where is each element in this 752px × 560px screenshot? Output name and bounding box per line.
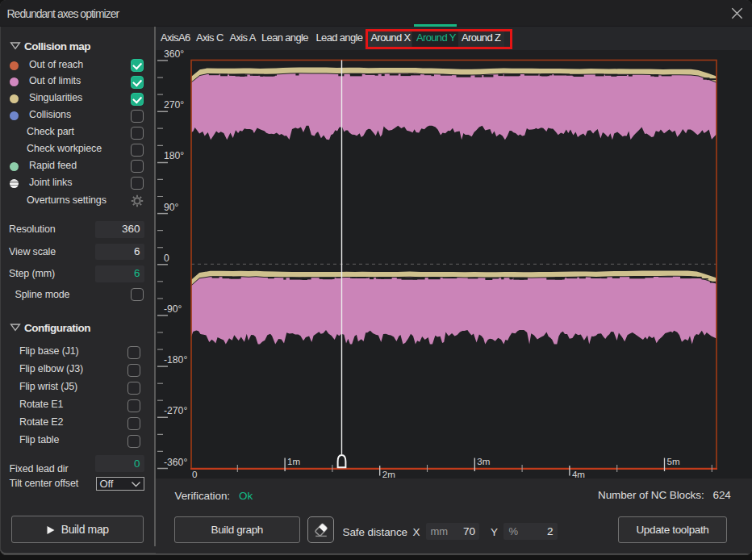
svg-text:2m: 2m — [382, 469, 395, 479]
svg-text:-270°: -270° — [164, 405, 187, 416]
svg-text:360°: 360° — [164, 48, 184, 60]
svg-text:-90°: -90° — [164, 303, 182, 315]
svg-text:90°: 90° — [164, 202, 179, 213]
svg-text:1m: 1m — [287, 456, 300, 466]
svg-text:270°: 270° — [164, 99, 184, 111]
svg-text:0: 0 — [192, 469, 197, 479]
svg-text:5m: 5m — [667, 456, 680, 466]
svg-text:0: 0 — [164, 253, 169, 264]
svg-text:3m: 3m — [477, 456, 490, 466]
svg-text:180°: 180° — [164, 150, 184, 161]
svg-text:-360°: -360° — [164, 457, 187, 468]
svg-text:4m: 4m — [572, 469, 585, 479]
svg-text:-180°: -180° — [164, 354, 187, 366]
